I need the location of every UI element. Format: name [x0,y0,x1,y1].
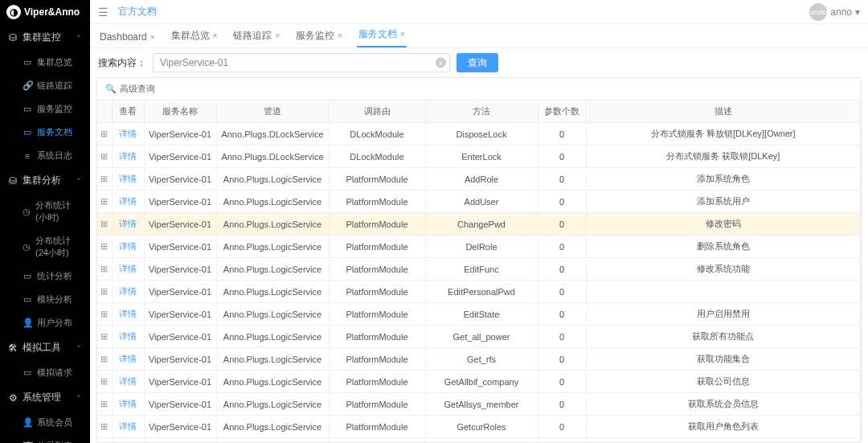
detail-link[interactable]: 详情 [112,438,144,443]
nav-group[interactable]: 🛠模拟工具⌃ [0,334,90,361]
detail-link[interactable]: 详情 [112,393,144,416]
nav-item[interactable]: 👤系统会员 [0,411,90,434]
tab[interactable]: Dashboard× [98,27,157,47]
tab[interactable]: 服务监控× [294,24,344,47]
cell-svc: ViperService-01 [144,123,216,146]
expand-toggle[interactable]: ⊞ [97,123,112,146]
detail-link[interactable]: 详情 [112,281,144,303]
cell-svc: ViperService-01 [144,168,216,191]
search-input[interactable] [153,53,450,72]
table-row: ⊞详情ViperService-01Anno.Plugs.LogicServic… [97,168,861,191]
detail-link[interactable]: 详情 [112,326,144,348]
detail-link[interactable]: 详情 [112,191,144,213]
nav-item-icon: ▭ [23,57,32,68]
nav-group-label: 模拟工具 [23,341,61,355]
group-icon: ⛁ [8,32,18,43]
grid-wrap: 🔍 高级查询 查看服务名称管道调路由方法参数个数描述 ⊞详情ViperServi… [90,77,868,443]
expand-toggle[interactable]: ⊞ [97,371,112,393]
nav-item[interactable]: ◷分布统计(小时) [0,194,90,229]
cell-svc: ViperService-01 [144,416,216,438]
search-clear-icon[interactable]: × [436,58,446,68]
close-icon[interactable]: × [275,31,280,40]
cell-pipe: Anno.Plugs.LogicService [216,258,329,281]
expand-toggle[interactable]: ⊞ [97,168,112,191]
nav-group[interactable]: ⛁集群分析⌃ [0,167,90,194]
cell-desc: 分布式锁服务 获取锁[DLKey] [586,146,861,168]
detail-link[interactable]: 详情 [112,146,144,168]
group-icon: ⚙ [8,392,18,404]
close-icon[interactable]: × [150,33,155,42]
detail-link[interactable]: 详情 [112,348,144,371]
nav-group[interactable]: ⛁集群监控⌃ [0,24,90,51]
detail-link[interactable]: 详情 [112,236,144,258]
close-icon[interactable]: × [213,31,218,40]
cell-pipe: Anno.Plugs.LogicService [216,348,329,371]
cell-params: 0 [538,191,586,213]
tab[interactable]: 链路追踪× [231,24,281,47]
expand-toggle[interactable]: ⊞ [97,258,112,281]
nav-item[interactable]: ▭服务监控 [0,97,90,121]
expand-toggle[interactable]: ⊞ [97,236,112,258]
nav-item[interactable]: 🏢公司列表 [0,434,90,443]
cell-svc: ViperService-01 [144,326,216,348]
nav-item[interactable]: ▭模块分析 [0,288,90,311]
cell-route: PlatformModule [329,303,425,326]
expand-toggle[interactable]: ⊞ [97,416,112,438]
expand-toggle[interactable]: ⊞ [97,281,112,303]
close-icon[interactable]: × [400,30,405,39]
nav-group-label: 系统管理 [23,391,61,404]
cell-svc: ViperService-01 [144,371,216,393]
nav-item-icon: 👤 [23,417,32,428]
hamburger-icon[interactable]: ☰ [98,6,108,18]
search-button[interactable]: 查询 [457,53,498,72]
column-header: 服务名称 [144,100,216,123]
searchbar: 搜索内容： × 查询 [90,48,868,77]
nav-item[interactable]: ▭模拟请求 [0,361,90,384]
cell-route: PlatformModule [329,168,425,191]
detail-link[interactable]: 详情 [112,371,144,393]
nav: ⛁集群监控⌃▭集群总览🔗链路追踪▭服务监控▭服务文档≡系统日志⛁集群分析⌃◷分布… [0,24,90,443]
tab[interactable]: 集群总览× [170,24,219,47]
nav-group[interactable]: ⚙系统管理⌃ [0,384,90,411]
nav-item[interactable]: 👤用户分布 [0,311,90,334]
cell-route: PlatformModule [329,191,425,213]
nav-item[interactable]: ≡系统日志 [0,144,90,167]
sidebar: ◑ Viper&Anno ⛁集群监控⌃▭集群总览🔗链路追踪▭服务监控▭服务文档≡… [0,0,90,443]
cell-route: PlatformModule [329,258,425,281]
detail-link[interactable]: 详情 [112,416,144,438]
cell-route: PlatformModule [329,326,425,348]
nav-item[interactable]: ▭服务文档 [0,121,90,144]
close-icon[interactable]: × [338,31,342,40]
nav-item-icon: ▭ [23,271,32,281]
column-header: 参数个数 [538,100,586,123]
expand-toggle[interactable]: ⊞ [97,348,112,371]
user-menu[interactable]: anno anno ▾ [809,3,860,21]
tab[interactable]: 服务文档× [357,23,407,47]
detail-link[interactable]: 详情 [112,168,144,191]
nav-item-icon: ▭ [23,104,32,114]
nav-item-icon: ▭ [23,367,32,378]
nav-item[interactable]: ▭集群总览 [0,51,90,74]
data-table: 查看服务名称管道调路由方法参数个数描述 ⊞详情ViperService-01An… [97,100,861,442]
expand-toggle[interactable]: ⊞ [97,146,112,168]
expand-toggle[interactable]: ⊞ [97,213,112,236]
breadcrumb[interactable]: 官方文档 [118,5,157,18]
nav-item[interactable]: ◷分布统计(24小时) [0,229,90,265]
user-name: anno [830,6,852,18]
expand-toggle[interactable]: ⊞ [97,438,112,443]
expand-toggle[interactable]: ⊞ [97,393,112,416]
detail-link[interactable]: 详情 [112,123,144,146]
nav-item[interactable]: 🔗链路追踪 [0,74,90,97]
cell-desc: 修改系统功能 [586,258,861,281]
grid-scroll[interactable]: 查看服务名称管道调路由方法参数个数描述 ⊞详情ViperService-01An… [97,100,861,442]
detail-link[interactable]: 详情 [112,258,144,281]
detail-link[interactable]: 详情 [112,213,144,236]
expand-toggle[interactable]: ⊞ [97,303,112,326]
expand-toggle[interactable]: ⊞ [97,191,112,213]
cell-params: 0 [538,303,586,326]
detail-link[interactable]: 详情 [112,303,144,326]
nav-item[interactable]: ▭统计分析 [0,265,90,288]
expand-toggle[interactable]: ⊞ [97,326,112,348]
cell-svc: ViperService-01 [144,213,216,236]
cell-desc: 获取用户功能 [586,438,861,443]
